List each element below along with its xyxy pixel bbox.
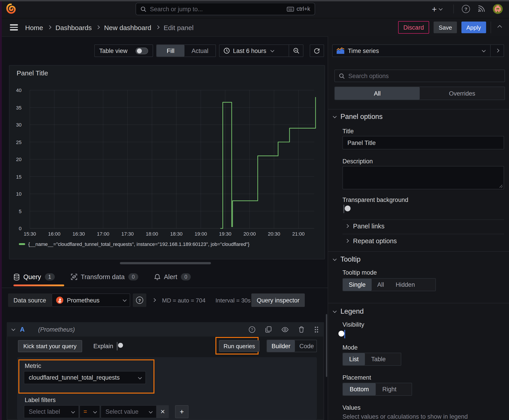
chevron-down-icon <box>93 409 97 413</box>
x-tick-label: 16:30 <box>68 231 90 236</box>
legend-placement-bottom[interactable]: Bottom <box>343 383 376 395</box>
tooltip-mode-hidden[interactable]: Hidden <box>390 279 421 291</box>
fill-option[interactable]: Fill <box>157 45 184 57</box>
breadcrumb-dashboards[interactable]: Dashboards <box>55 23 92 31</box>
visibility-label: Visibility <box>342 321 364 328</box>
chevron-right-icon <box>156 26 159 29</box>
transparent-background-toggle[interactable] <box>343 205 344 213</box>
keyboard-icon <box>287 7 294 11</box>
breadcrumb: Home Dashboards New dashboard Edit panel <box>25 18 193 36</box>
toggle-viz-picker-button[interactable] <box>491 45 504 57</box>
datasource-label-chip: Data source <box>8 293 52 307</box>
refresh-button[interactable] <box>310 45 324 57</box>
label-filter-value-select[interactable]: Select value <box>100 405 157 418</box>
add-menu-button[interactable]: + <box>432 4 442 14</box>
chevron-down-icon <box>123 298 126 301</box>
datasource-help-button[interactable]: ? <box>133 293 146 307</box>
description-label: Description <box>342 158 373 165</box>
legend-series-label: {__name__="cloudflared_tunnel_total_requ… <box>28 241 250 247</box>
panel-title-input[interactable]: Panel Title <box>342 136 504 150</box>
transparent-background-label: Transparent background <box>342 196 408 203</box>
collapse-query-row-icon[interactable] <box>12 327 15 331</box>
breadcrumb-bar: Home Dashboards New dashboard Edit panel… <box>0 18 509 37</box>
tab-alert[interactable]: Alert 0 <box>154 273 191 280</box>
chart-legend-item[interactable]: {__name__="cloudflared_tunnel_total_requ… <box>19 241 250 247</box>
visualization-picker[interactable]: Time series <box>332 45 504 57</box>
datasource-picker[interactable]: Prometheus <box>52 293 130 307</box>
help-button[interactable]: ? <box>462 5 470 13</box>
chevron-down-icon <box>271 48 274 52</box>
builder-option[interactable]: Builder <box>267 340 295 352</box>
drag-handle-icon[interactable] <box>314 326 319 333</box>
grafana-logo-icon[interactable] <box>6 4 16 14</box>
query-options-expander[interactable] <box>152 298 156 302</box>
y-tick-label: 30 <box>8 122 22 128</box>
window-left-edge <box>0 0 2 420</box>
discard-button[interactable]: Discard <box>398 21 429 34</box>
hide-query-icon[interactable] <box>281 326 289 332</box>
news-rss-icon[interactable] <box>478 5 485 13</box>
left-scrollbar-thumb[interactable] <box>326 314 327 377</box>
x-tick-label: 20:00 <box>239 231 260 236</box>
tooltip-mode-single[interactable]: Single <box>343 279 372 291</box>
query-inspector-button[interactable]: Query inspector <box>251 293 305 307</box>
tab-query[interactable]: Query 1 <box>14 273 55 280</box>
add-label-filter-button[interactable]: + <box>175 405 189 418</box>
label-filter-operator-select[interactable]: = <box>79 405 100 418</box>
visibility-toggle[interactable] <box>344 330 345 338</box>
explain-toggle[interactable] <box>117 342 118 351</box>
tab-transform-data[interactable]: Transform data 0 <box>71 273 138 280</box>
tab-transform-count: 0 <box>128 273 138 280</box>
legend-color-swatch <box>19 243 25 245</box>
panel-links-label: Panel links <box>353 223 384 230</box>
breadcrumb-home[interactable]: Home <box>25 23 43 31</box>
y-tick-label: 20 <box>8 157 22 162</box>
search-icon <box>339 73 345 79</box>
label-filters-label: Label filters <box>25 397 56 403</box>
tab-query-count: 1 <box>45 273 55 280</box>
collapse-header-button[interactable] <box>497 25 501 29</box>
global-search-box[interactable]: Search or jump to... ctrl+k <box>136 3 315 15</box>
tooltip-mode-segmented: Single All Hidden <box>342 278 436 291</box>
time-series-chart <box>18 85 317 231</box>
delete-query-icon[interactable] <box>298 326 304 333</box>
prometheus-icon <box>56 297 63 304</box>
repeat-options-row[interactable]: Repeat options <box>346 237 397 245</box>
table-view-toggle[interactable] <box>136 47 148 54</box>
label-filter-label-select[interactable]: Select label <box>24 405 79 418</box>
tooltip-section-header[interactable]: Tooltip <box>334 255 361 263</box>
x-tick-label: 17:30 <box>117 231 138 236</box>
breadcrumb-new-dashboard[interactable]: New dashboard <box>104 23 151 31</box>
time-range-picker[interactable]: Last 6 hours <box>220 45 289 57</box>
duplicate-query-icon[interactable] <box>265 326 272 333</box>
query-row-header[interactable]: A (Prometheus) ? <box>7 322 324 337</box>
legend-mode-list[interactable]: List <box>343 353 365 365</box>
panel-links-row[interactable]: Panel links <box>346 222 384 230</box>
search-options-input[interactable]: Search options <box>334 69 505 82</box>
code-option[interactable]: Code <box>295 340 319 352</box>
legend-mode-label: Mode <box>342 344 358 351</box>
zoom-out-button[interactable] <box>289 45 303 57</box>
remove-label-filter-button[interactable]: ✕ <box>157 405 169 418</box>
user-avatar[interactable] <box>493 4 503 14</box>
actual-option[interactable]: Actual <box>184 45 215 57</box>
apply-button[interactable]: Apply <box>461 22 486 33</box>
description-textarea[interactable] <box>342 166 504 189</box>
metric-select[interactable]: cloudflared_tunnel_total_requests <box>24 371 146 384</box>
legend-placement-right[interactable]: Right <box>376 383 403 395</box>
legend-placement-segmented: Bottom Right <box>342 383 412 396</box>
panel-options-section-header[interactable]: Panel options <box>334 113 383 121</box>
panel-resize-handle[interactable] <box>120 262 211 264</box>
run-queries-button[interactable]: Run queries <box>219 340 259 352</box>
grafana-edit-panel-app: Search or jump to... ctrl+k + ? Home <box>0 0 509 420</box>
tab-overrides[interactable]: Overrides <box>420 87 504 100</box>
menu-toggle-button[interactable] <box>10 24 18 30</box>
query-help-icon[interactable]: ? <box>249 326 255 333</box>
topbar-divider <box>453 5 454 14</box>
legend-section-header[interactable]: Legend <box>334 307 364 315</box>
tooltip-mode-all[interactable]: All <box>372 279 390 291</box>
tab-all[interactable]: All <box>335 87 420 100</box>
legend-mode-table[interactable]: Table <box>365 353 392 365</box>
save-button[interactable]: Save <box>434 22 457 33</box>
kick-start-query-button[interactable]: Kick start your query <box>18 340 82 352</box>
